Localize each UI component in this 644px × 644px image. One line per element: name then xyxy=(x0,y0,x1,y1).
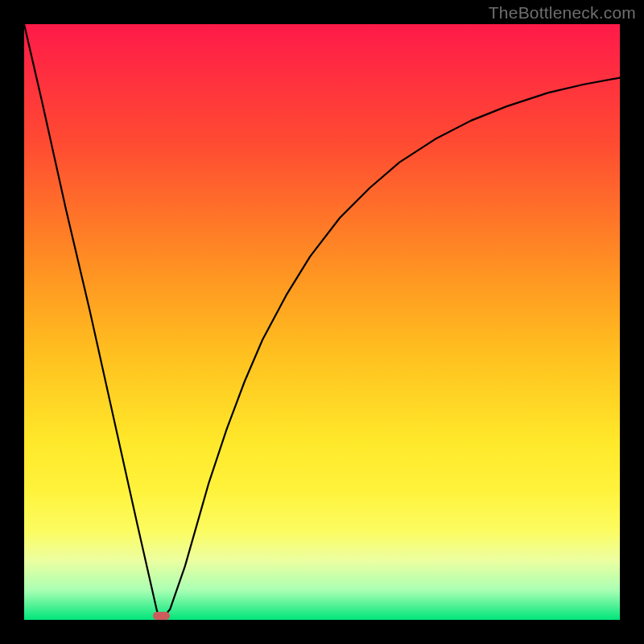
chart-frame: TheBottleneck.com xyxy=(0,0,644,644)
watermark-text: TheBottleneck.com xyxy=(489,3,636,23)
plot-area xyxy=(24,24,620,620)
optimal-marker xyxy=(153,612,170,620)
bottleneck-curve xyxy=(24,24,620,620)
